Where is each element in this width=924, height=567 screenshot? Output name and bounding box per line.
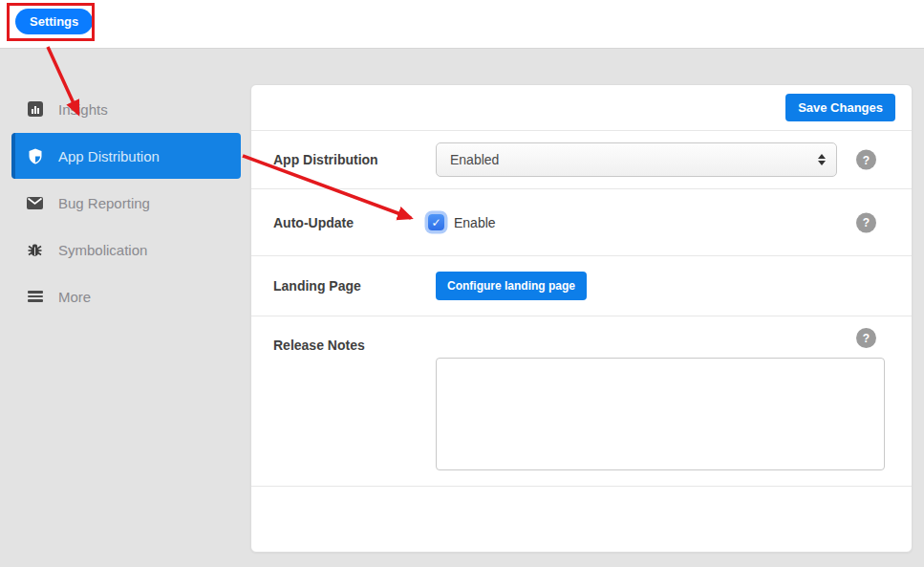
sidebar: Insights App Distribution Bug Reporting (11, 86, 241, 320)
app-distribution-row: App Distribution Enabled ? (251, 131, 912, 189)
shield-icon (27, 148, 43, 164)
sidebar-item-label: App Distribution (58, 148, 160, 164)
release-notes-label: Release Notes (273, 338, 365, 353)
landing-page-row: Landing Page Configure landing page (251, 256, 912, 316)
top-bar: Settings (0, 0, 924, 49)
sidebar-item-label: Insights (58, 101, 108, 118)
sidebar-item-bug-reporting[interactable]: Bug Reporting (11, 180, 241, 226)
selected-option: Enabled (450, 152, 499, 167)
landing-page-label: Landing Page (273, 278, 361, 294)
settings-panel: Save Changes App Distribution Enabled ? … (250, 84, 913, 553)
panel-toolbar: Save Changes (251, 85, 912, 131)
settings-button[interactable]: Settings (15, 9, 93, 34)
panel-footer (251, 487, 912, 553)
sidebar-item-label: Symbolication (58, 242, 147, 258)
sidebar-item-symbolication[interactable]: Symbolication (11, 227, 241, 273)
auto-update-row: Auto-Update ✓ Enable ? (251, 189, 912, 256)
settings-page: Settings Insights App Distribution (0, 0, 924, 567)
app-distribution-select[interactable]: Enabled (436, 142, 837, 177)
sidebar-item-insights[interactable]: Insights (11, 86, 241, 132)
envelope-icon (27, 195, 43, 211)
help-icon[interactable]: ? (856, 328, 876, 348)
auto-update-checkbox-label: Enable (454, 215, 496, 230)
help-icon[interactable]: ? (856, 150, 876, 170)
sidebar-item-label: More (58, 289, 91, 305)
sidebar-item-label: Bug Reporting (58, 195, 150, 211)
app-distribution-label: App Distribution (273, 152, 378, 167)
bug-icon (27, 242, 43, 258)
release-notes-textarea[interactable] (436, 358, 885, 470)
configure-landing-page-button[interactable]: Configure landing page (436, 272, 587, 300)
release-notes-row: Release Notes ? (251, 316, 912, 487)
auto-update-label: Auto-Update (273, 215, 354, 230)
select-stepper-icon (818, 154, 826, 165)
menu-icon (27, 289, 43, 305)
sidebar-item-app-distribution[interactable]: App Distribution (11, 133, 241, 179)
bar-chart-icon (27, 101, 43, 118)
save-changes-button[interactable]: Save Changes (785, 94, 895, 121)
sidebar-item-more[interactable]: More (11, 273, 241, 319)
help-icon[interactable]: ? (856, 212, 876, 232)
auto-update-checkbox[interactable]: ✓ (428, 214, 444, 230)
